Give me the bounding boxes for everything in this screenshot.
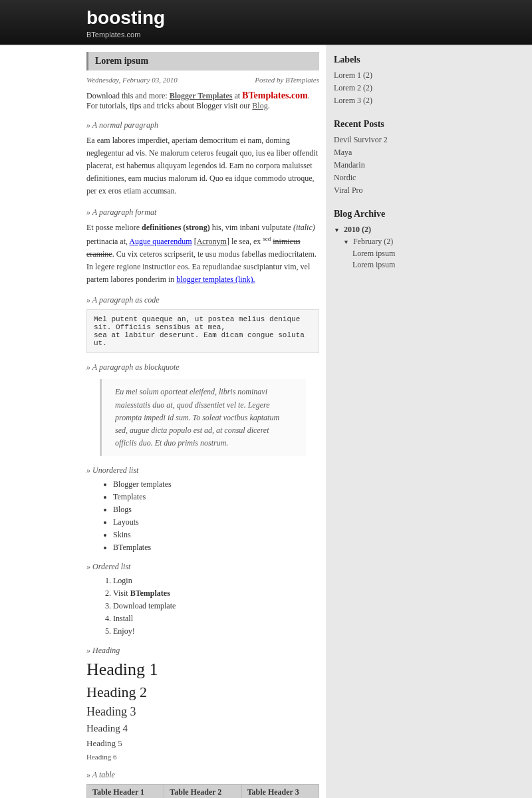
- heading-1: Heading 1: [86, 660, 319, 680]
- sidebar-item-mandarin[interactable]: Mandarin: [334, 160, 451, 170]
- download-text-1: Download this and more:: [86, 91, 170, 100]
- post-date: Wednesday, February 03, 2010: [86, 76, 178, 84]
- blockquote-text: Eu mei solum oporteat eleifend, libris n…: [115, 387, 279, 448]
- sidebar-item-viral-pro[interactable]: Viral Pro: [334, 186, 451, 196]
- archive-month-label: February: [353, 237, 382, 246]
- list-item: Templates: [113, 492, 319, 502]
- sidebar-recent-posts-section: Recent Posts Devil Survivor 2 Maya Manda…: [334, 119, 451, 196]
- normal-paragraph: Ea eam labores imperdiet, aperiam democr…: [86, 134, 319, 198]
- lorem2-count: (2): [363, 83, 372, 92]
- list-item: BTemplates: [113, 543, 319, 553]
- archive-month-count: (2): [384, 237, 393, 246]
- blogger-templates-bold: Blogger Templates: [170, 91, 233, 100]
- table-header-1: Table Header 1: [87, 785, 164, 798]
- list-item: Layouts: [113, 517, 319, 527]
- list-item: Enjoy!: [113, 626, 319, 636]
- sidebar-item-maya[interactable]: Maya: [334, 148, 451, 158]
- heading-6: Heading 6: [86, 753, 319, 761]
- lorem3-count: (2): [363, 96, 372, 105]
- sidebar-item-devil-survivor[interactable]: Devil Survivor 2: [334, 135, 451, 145]
- archive-post-1[interactable]: Lorem ipsum: [352, 249, 451, 259]
- definitiones-bold: definitiones: [142, 223, 181, 232]
- archive-year-label: 2010: [344, 225, 360, 234]
- sidebar: Labels Lorem 1 (2) Lorem 2 (2) Lorem 3 (…: [326, 45, 459, 798]
- archive-year-count: (2): [362, 225, 371, 234]
- sidebar-item-lorem2[interactable]: Lorem 2 (2): [334, 83, 451, 93]
- post-title: Lorem ipsum: [86, 52, 319, 70]
- archive-year-2010[interactable]: ▼ 2010 (2): [334, 225, 451, 235]
- heading-3: Heading 3: [86, 705, 319, 719]
- table-header-3: Table Header 3: [241, 785, 319, 798]
- site-header: boosting BTemplates.com: [0, 0, 532, 45]
- section-heading-label: Heading: [86, 646, 319, 656]
- ordered-list: Login Visit BTemplates Download template…: [113, 576, 319, 636]
- augue-link[interactable]: Augue quaerendum: [129, 237, 192, 246]
- paragraph-format-text: Et posse meliore definitiones (strong) h…: [86, 221, 319, 287]
- list-item: Visit BTemplates: [113, 589, 319, 598]
- heading-2: Heading 2: [86, 684, 319, 701]
- download-text: Download this and more: Blogger Template…: [86, 90, 319, 111]
- sidebar-item-lorem3[interactable]: Lorem 3 (2): [334, 96, 451, 106]
- labels-title: Labels: [334, 55, 451, 65]
- code-line-2: sea at labitur deserunt. Eam dicam congu…: [94, 331, 312, 347]
- blog-link[interactable]: Blog: [252, 101, 267, 110]
- blogger-templates-link2[interactable]: blogger templates (link).: [176, 275, 255, 284]
- archive-month-triangle-icon: ▼: [343, 239, 349, 245]
- sidebar-item-lorem1[interactable]: Lorem 1 (2): [334, 70, 451, 80]
- lorem3-link[interactable]: Lorem 3 (2): [334, 96, 372, 105]
- blogger-templates-link[interactable]: Blogger Templates: [170, 91, 233, 100]
- unordered-list: Blogger templates Templates Blogs Layout…: [113, 479, 319, 553]
- site-subtitle: BTemplates.com: [86, 31, 532, 39]
- list-item: Download template: [113, 601, 319, 611]
- at-text: at: [232, 91, 242, 100]
- post-meta: Wednesday, February 03, 2010 Posted by B…: [86, 76, 319, 84]
- sidebar-labels-section: Labels Lorem 1 (2) Lorem 2 (2) Lorem 3 (…: [334, 55, 451, 106]
- code-line-1: Mel putent quaeque an, ut postea melius …: [94, 315, 312, 331]
- lorem2-link[interactable]: Lorem 2 (2): [334, 83, 372, 92]
- acronym-underline: Acronym: [197, 237, 227, 246]
- list-item: Blogs: [113, 505, 319, 515]
- sidebar-archive-section: Blog Archive ▼ 2010 (2) ▼ February (2) L…: [334, 209, 451, 270]
- table-header-2: Table Header 2: [164, 785, 241, 798]
- blog-link-text: Blog: [252, 101, 267, 110]
- lorem1-link[interactable]: Lorem 1 (2): [334, 70, 372, 80]
- post-author: Posted by BTemplates: [255, 76, 319, 84]
- heading-4: Heading 4: [86, 723, 319, 734]
- download-text-end: .: [268, 101, 270, 110]
- post-table: Table Header 1 Table Header 2 Table Head…: [86, 784, 319, 798]
- main-layout: Lorem ipsum Wednesday, February 03, 2010…: [0, 45, 532, 798]
- archive-title: Blog Archive: [334, 209, 451, 219]
- section-paragraph-format: A paragraph format: [86, 207, 319, 217]
- archive-triangle-icon: ▼: [334, 227, 340, 233]
- section-table: A table: [86, 770, 319, 780]
- archive-month-feb[interactable]: ▼ February (2): [343, 237, 451, 247]
- strong-label: (strong): [183, 223, 209, 232]
- code-block: Mel putent quaeque an, ut postea melius …: [86, 309, 319, 353]
- list-item: Blogger templates: [113, 479, 319, 489]
- section-paragraph-code: A paragraph as code: [86, 295, 319, 305]
- section-paragraph-blockquote: A paragraph as blockquote: [86, 362, 319, 372]
- heading-5: Heading 5: [86, 738, 319, 749]
- section-unordered-list: Unordered list: [86, 466, 319, 475]
- recent-posts-title: Recent Posts: [334, 119, 451, 130]
- list-item: Install: [113, 614, 319, 624]
- lorem1-count: (2): [363, 70, 372, 80]
- section-ordered-list: Ordered list: [86, 562, 319, 572]
- list-item: Skins: [113, 530, 319, 540]
- section-normal-paragraph: A normal paragraph: [86, 120, 319, 130]
- blockquote: Eu mei solum oporteat eleifend, libris n…: [100, 379, 306, 456]
- site-title: boosting: [86, 7, 532, 29]
- btemplates-logo[interactable]: BTemplates.com: [242, 90, 308, 100]
- sed-sup: sed: [263, 235, 271, 242]
- archive-post-2[interactable]: Lorem ipsum: [352, 260, 451, 270]
- italic-text: (italic): [293, 223, 315, 232]
- sidebar-item-nordic[interactable]: Nordic: [334, 173, 451, 183]
- main-content: Lorem ipsum Wednesday, February 03, 2010…: [0, 45, 326, 798]
- list-item: Login: [113, 576, 319, 586]
